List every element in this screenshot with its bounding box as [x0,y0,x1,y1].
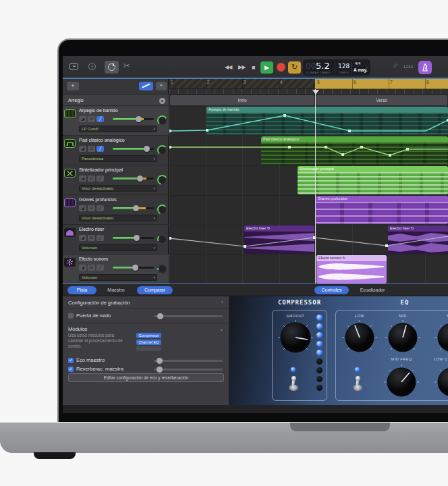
master-echo-checkbox[interactable]: ✓ [68,358,74,363]
automation-param-dropdown[interactable]: Visor desactivado▾ [79,215,157,221]
rewind-button[interactable]: ◀◀ [225,61,231,74]
automation-param-dropdown[interactable]: Volumen▾ [79,274,157,281]
master-reverb-slider[interactable] [154,369,223,371]
amount-knob[interactable] [277,319,314,356]
playhead-marker[interactable] [312,90,319,94]
laptop-lid-groove [290,423,390,431]
automation-button[interactable]: ╱ [96,116,104,122]
pan-knob[interactable] [157,145,167,155]
mute-button[interactable]: ◢ [79,116,86,122]
low-cut-knob[interactable] [434,364,448,400]
solo-button[interactable]: Ω [88,146,95,152]
arrangement-track-row[interactable]: Arreglo [63,94,169,106]
pan-knob[interactable] [157,264,167,274]
editors-scissors-icon[interactable]: ✂ [123,62,130,69]
record-button[interactable] [277,63,285,72]
measure-number: 2 [207,80,210,84]
smart-controls-button[interactable] [105,61,119,74]
tab-pista[interactable]: Pista [67,286,96,294]
quick-help-icon[interactable]: ? [88,63,96,70]
mute-button[interactable]: ◢ [79,176,86,182]
master-echo-slider[interactable] [154,360,223,362]
cycle-button[interactable]: ↻ [288,61,301,74]
noise-gate-slider[interactable] [154,315,223,317]
add-track-button[interactable]: + [67,82,79,90]
pan-knob[interactable] [157,115,167,126]
mute-button[interactable]: ◢ [79,265,86,271]
automation-param-dropdown[interactable]: Volumen▾ [79,244,157,251]
arrangement-marker-verse[interactable]: Verso [316,95,447,105]
compressor-module-button[interactable]: Compressor [136,333,161,338]
solo-button[interactable]: Ω [88,235,95,241]
modules-section[interactable]: Módulos [68,326,87,332]
automation-param-dropdown[interactable]: Visor desactivado▾ [79,185,157,192]
track-row[interactable]: Arpegio de barrido ◢ Ω ╱ LP Cutoff▾ [63,106,169,136]
stop-button[interactable]: ■ [252,61,254,74]
volume-slider[interactable] [113,267,154,269]
automation-button[interactable]: ╱ [96,205,104,211]
timeline[interactable]: 1 2 3 4 5 6 7 8 Intro Verso Arpegio de b… [169,79,448,284]
high-knob[interactable] [434,319,448,356]
solo-button[interactable]: Ω [88,116,95,122]
tab-ecualizador[interactable]: Ecualizador [352,286,393,294]
track-row[interactable]: Efecto sonoro ◢ Ω ╱ Volumen▾ [63,254,169,284]
chevron-down-icon[interactable]: ⌄ [219,326,224,332]
noise-gate-checkbox[interactable] [68,313,74,319]
play-button[interactable]: ▶ [260,61,273,74]
metronome-button[interactable] [418,61,432,74]
catch-playhead-button[interactable]: ⌖ [156,82,167,90]
volume-slider[interactable] [113,178,154,180]
forward-button[interactable]: ▶▶ [238,61,245,74]
arrangement-remove-icon[interactable] [159,98,165,104]
track-row[interactable]: Electro riser ◢ Ω ╱ Volumen▾ [63,225,169,254]
track-row[interactable]: Pad clásico analógico ◢ Ω ╱ Panorámica▾ [63,136,169,165]
solo-button[interactable]: Ω [88,205,95,211]
track-row[interactable]: Graves profundos ◢ Ω ╱ Visor desactivado… [63,195,169,225]
solo-button[interactable]: Ω [88,265,95,271]
arrangement-marker-intro[interactable]: Intro [170,95,314,105]
volume-slider[interactable] [113,207,154,209]
volume-slider[interactable] [113,148,154,150]
channel-eq-module-button[interactable]: Channel EQ [136,340,161,345]
automation-button[interactable]: ╱ [96,146,104,152]
low-knob[interactable] [341,319,378,356]
lcd-chevron-icon[interactable]: ⌄ [366,64,369,69]
mute-button[interactable]: ◢ [79,235,86,241]
edit-echo-reverb-button[interactable]: Editar configuración de eco y reverberac… [68,373,224,382]
lcd-display[interactable]: 00 5.2 COMPÁS TIEMPO 128 TEMPO 4/4 A may… [303,59,370,76]
chevron-right-icon[interactable]: › [221,299,223,305]
count-in-button[interactable]: 1234 [403,65,413,69]
automation-param-dropdown[interactable]: LP Cutoff▾ [79,126,157,132]
track-name: Pad clásico analógico [79,138,125,142]
playhead[interactable] [315,89,316,284]
pencil-icon[interactable]: ✎ [391,63,399,68]
pan-knob[interactable] [157,234,167,244]
automation-button[interactable]: ╱ [96,235,104,241]
volume-slider[interactable] [113,237,154,239]
ruler-ticks[interactable] [169,89,448,94]
volume-slider[interactable] [113,118,154,120]
mid-freq-knob[interactable] [383,364,420,400]
mute-button[interactable]: ◢ [79,146,86,152]
master-echo-label: Eco maestro [76,357,105,363]
recording-settings-row[interactable]: Configuración de grabación [68,300,130,306]
mid-knob[interactable] [385,319,421,356]
track-name: Sintetizador principal [79,167,123,172]
master-reverb-checkbox[interactable]: ✓ [68,367,74,372]
empty-module-slot[interactable] [136,346,161,351]
tab-maestro[interactable]: Maestro [100,286,132,294]
tab-comparar[interactable]: Comparar [137,286,173,294]
tab-controles[interactable]: Controles [314,286,349,294]
automation-button[interactable]: ╱ [96,265,104,271]
track-row[interactable]: Sintetizador principal ◢ Ω ╱ Visor desac… [63,165,169,195]
media-browser-icon[interactable] [69,63,78,70]
pan-knob[interactable] [157,205,167,215]
automation-button[interactable]: ╱ [96,176,104,182]
pan-knob[interactable] [157,175,167,185]
solo-button[interactable]: Ω [88,176,95,182]
automation-param-dropdown[interactable]: Panorámica▾ [79,155,157,162]
automation-curves [169,106,448,284]
automation-view-button[interactable] [139,82,153,90]
mute-button[interactable]: ◢ [79,205,86,211]
track-lanes[interactable]: Arpegio de barrido Pad clásico analógico… [169,106,448,284]
